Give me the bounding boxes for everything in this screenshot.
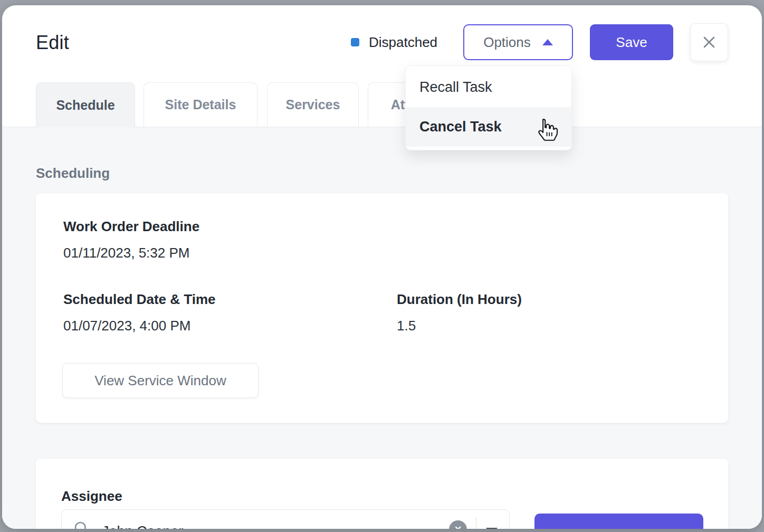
- input-divider: [476, 517, 476, 529]
- menu-item-recall-task[interactable]: Recall Task: [406, 68, 571, 107]
- schedule-tab-panel: Scheduling Work Order Deadline 01/11/202…: [2, 127, 762, 529]
- close-icon: [701, 34, 718, 51]
- edit-task-modal: Edit Dispatched Options Save Schedule Si…: [2, 5, 762, 529]
- scheduling-section-title: Scheduling: [36, 165, 110, 182]
- close-button[interactable]: [690, 23, 728, 61]
- status-label: Dispatched: [369, 34, 437, 51]
- work-order-deadline-value: 01/11/2023, 5:32 PM: [63, 245, 189, 261]
- tab-services[interactable]: Services: [267, 82, 359, 127]
- clear-assignee-icon[interactable]: ✕: [449, 520, 467, 529]
- options-menu: Recall Task Cancel Task: [405, 65, 572, 150]
- work-order-deadline-label: Work Order Deadline: [63, 218, 199, 235]
- menu-item-label: Cancel Task: [419, 119, 502, 135]
- assignee-section-title: Assignee: [61, 488, 122, 505]
- scheduled-date-value: 01/07/2023, 4:00 PM: [63, 318, 190, 334]
- assignee-search-input[interactable]: [101, 520, 398, 529]
- tab-schedule[interactable]: Schedule: [36, 82, 135, 127]
- assignee-card: Assignee ✕ View Technicians: [36, 459, 728, 529]
- status-dot-icon: [351, 38, 359, 46]
- assignee-search-box: ✕: [61, 509, 510, 529]
- chevron-down-icon[interactable]: [486, 528, 498, 529]
- chevron-up-icon: [542, 39, 553, 45]
- options-button-label: Options: [483, 34, 531, 51]
- duration-value: 1.5: [397, 318, 416, 334]
- status-badge: Dispatched: [351, 33, 437, 52]
- options-button[interactable]: Options: [463, 24, 573, 60]
- view-technicians-button[interactable]: View Technicians: [534, 514, 703, 529]
- duration-label: Duration (In Hours): [397, 291, 522, 308]
- scheduled-date-label: Scheduled Date & Time: [63, 291, 216, 308]
- search-icon: [73, 520, 90, 529]
- tab-label: Schedule: [56, 98, 114, 113]
- menu-item-label: Recall Task: [419, 79, 492, 96]
- save-button[interactable]: Save: [590, 24, 673, 60]
- menu-item-cancel-task[interactable]: Cancel Task: [406, 107, 571, 147]
- tab-site-details[interactable]: Site Details: [144, 82, 257, 127]
- tab-label: Services: [286, 97, 340, 112]
- scheduling-card: Work Order Deadline 01/11/2023, 5:32 PM …: [36, 193, 728, 423]
- tab-label: Site Details: [165, 97, 236, 112]
- view-service-window-button[interactable]: View Service Window: [62, 363, 259, 398]
- page-title: Edit: [36, 32, 69, 54]
